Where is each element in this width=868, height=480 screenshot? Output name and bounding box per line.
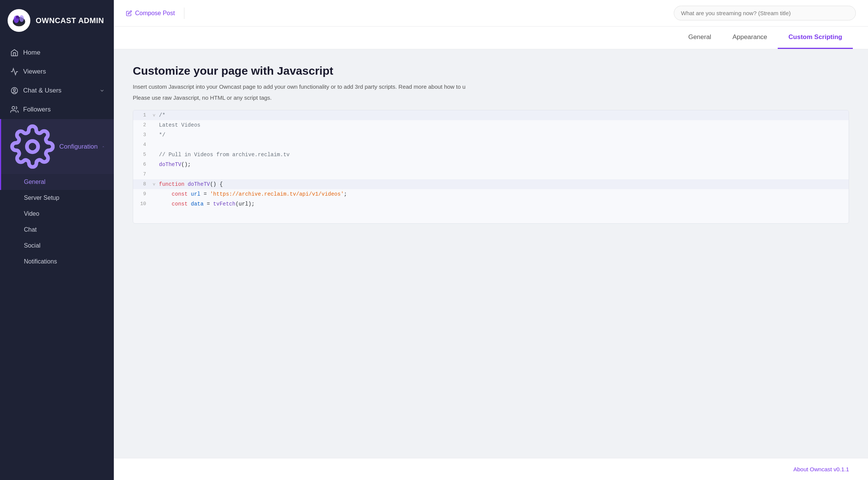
line-number-8: 8 (133, 180, 151, 188)
sidebar-navigation: Home Viewers Chat & Users (0, 39, 114, 480)
configuration-sub-menu: General Server Setup Video Chat Social N… (0, 174, 114, 270)
fold-8[interactable]: v (151, 180, 157, 188)
line-number-1: 1 (133, 111, 151, 119)
sidebar-viewers-label: Viewers (23, 68, 46, 75)
line-number-5: 5 (133, 151, 151, 159)
page-footer: About Owncast v0.1.1 (114, 458, 868, 480)
svg-point-8 (27, 141, 38, 152)
code-line-5: 5 // Pull in Videos from archive.reclaim… (133, 150, 849, 160)
sidebar-video-label: Video (24, 210, 39, 217)
sidebar-chat-label: Chat (24, 226, 37, 233)
svg-point-2 (19, 15, 24, 22)
code-line-8: 8 v function doTheTV() { (133, 179, 849, 189)
tab-general[interactable]: General (678, 27, 722, 49)
code-content-9: const url = 'https://archive.reclaim.tv/… (157, 190, 849, 198)
code-editor[interactable]: 1 v /* 2 Latest Videos 3 */ (133, 110, 849, 224)
code-content-6: doTheTV(); (157, 160, 849, 169)
page-title: Customize your page with Javascript (133, 64, 849, 77)
sidebar-item-home[interactable]: Home (0, 43, 114, 62)
line-number-7: 7 (133, 170, 151, 179)
line-number-4: 4 (133, 141, 151, 149)
code-content-5: // Pull in Videos from archive.reclaim.t… (157, 151, 849, 159)
sidebar-item-configuration[interactable]: Configuration (0, 119, 114, 174)
gear-icon (10, 124, 55, 169)
code-content-2: Latest Videos (157, 121, 849, 129)
chevron-down-icon (99, 88, 105, 93)
svg-point-3 (16, 16, 19, 19)
pencil-icon (126, 10, 132, 16)
code-line-3: 3 */ (133, 130, 849, 140)
code-content-4 (157, 141, 849, 149)
sidebar-logo: OWNCAST ADMIN (0, 0, 114, 39)
sidebar-configuration-label: Configuration (59, 143, 97, 151)
line-number-2: 2 (133, 121, 151, 129)
code-line-7: 7 (133, 169, 849, 179)
line-number-6: 6 (133, 160, 151, 169)
code-content-8: function doTheTV() { (157, 180, 849, 188)
sidebar-item-server-setup[interactable]: Server Setup (0, 190, 114, 206)
sidebar-item-chat-users[interactable]: Chat & Users (0, 81, 114, 100)
sidebar-chat-users-label: Chat & Users (23, 87, 61, 94)
logo-text: OWNCAST ADMIN (36, 16, 104, 25)
code-line-9: 9 const url = 'https://archive.reclaim.t… (133, 189, 849, 199)
sidebar: OWNCAST ADMIN Home Viewers Chat & Use (0, 0, 114, 480)
sidebar-notifications-label: Notifications (24, 258, 57, 265)
main-area: Compose Post General Appearance Custom S… (114, 0, 868, 480)
fold-1[interactable]: v (151, 111, 157, 119)
topbar-divider (184, 8, 184, 19)
code-line-4: 4 (133, 140, 849, 150)
code-content-10: const data = tvFetch(url); (157, 200, 849, 208)
followers-icon (10, 105, 19, 114)
code-line-10: 10 const data = tvFetch(url); (133, 199, 849, 209)
sidebar-item-notifications[interactable]: Notifications (0, 254, 114, 270)
sidebar-general-label: General (24, 179, 46, 185)
stream-title-input[interactable] (674, 6, 856, 20)
svg-point-6 (13, 89, 16, 91)
sidebar-home-label: Home (23, 49, 40, 56)
page-content: Customize your page with Javascript Inse… (114, 49, 868, 458)
svg-point-7 (12, 107, 15, 109)
tab-custom-scripting[interactable]: Custom Scripting (778, 27, 853, 49)
home-icon (10, 49, 19, 57)
page-desc1: Insert custom Javascript into your Ownca… (133, 83, 849, 91)
tab-appearance[interactable]: Appearance (722, 27, 778, 49)
sidebar-followers-label: Followers (23, 106, 51, 113)
about-link[interactable]: About Owncast v0.1.1 (793, 466, 849, 472)
tabs-bar: General Appearance Custom Scripting (114, 27, 868, 49)
logo-icon (8, 9, 30, 32)
code-content-7 (157, 170, 849, 179)
line-number-9: 9 (133, 190, 151, 198)
chat-users-icon (10, 86, 19, 95)
topbar: Compose Post (114, 0, 868, 27)
sidebar-social-label: Social (24, 242, 41, 249)
code-line-2: 2 Latest Videos (133, 120, 849, 130)
sidebar-item-viewers[interactable]: Viewers (0, 62, 114, 81)
code-line-1: 1 v /* (133, 110, 849, 120)
compose-post-label: Compose Post (135, 10, 175, 17)
sidebar-server-setup-label: Server Setup (24, 195, 59, 201)
code-line-6: 6 doTheTV(); (133, 160, 849, 169)
sidebar-item-followers[interactable]: Followers (0, 100, 114, 119)
sidebar-item-social[interactable]: Social (0, 238, 114, 254)
sidebar-item-video[interactable]: Video (0, 206, 114, 222)
svg-point-4 (15, 23, 23, 26)
code-content-3: */ (157, 131, 849, 139)
sidebar-item-chat[interactable]: Chat (0, 222, 114, 238)
line-number-10: 10 (133, 200, 151, 208)
sidebar-item-general[interactable]: General (0, 174, 114, 190)
page-desc2: Please use raw Javascript, no HTML or an… (133, 94, 849, 101)
chevron-up-icon (102, 144, 105, 149)
chart-icon (10, 67, 19, 76)
line-number-3: 3 (133, 131, 151, 139)
code-content-1: /* (157, 111, 849, 119)
content-area: General Appearance Custom Scripting Cust… (114, 27, 868, 480)
compose-post-button[interactable]: Compose Post (126, 10, 175, 17)
